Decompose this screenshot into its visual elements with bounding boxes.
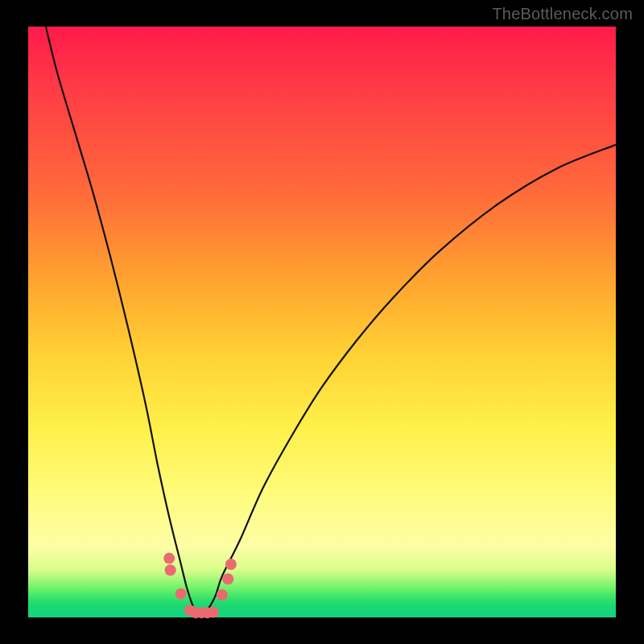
bottleneck-curve bbox=[46, 27, 616, 612]
curve-marker bbox=[163, 553, 175, 564]
curve-marker bbox=[222, 573, 233, 584]
curve-marker bbox=[225, 559, 237, 570]
chart-container: TheBottleneck.com bbox=[0, 0, 644, 644]
curve-marker bbox=[208, 606, 219, 617]
curve-markers bbox=[163, 553, 237, 619]
curve-svg bbox=[28, 27, 616, 617]
curve-marker bbox=[217, 589, 228, 601]
curve-marker bbox=[175, 588, 187, 600]
watermark-text: TheBottleneck.com bbox=[492, 5, 633, 23]
curve-marker bbox=[165, 564, 176, 576]
plot-area bbox=[28, 27, 616, 617]
